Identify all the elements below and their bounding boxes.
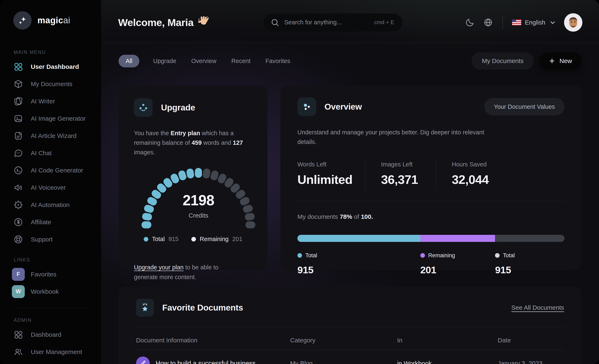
- pen-icon: [136, 356, 150, 364]
- progress-segment-total: [297, 235, 420, 242]
- language-globe-button[interactable]: [483, 17, 493, 28]
- sidebar-item-workbook[interactable]: W Workbook: [13, 283, 89, 300]
- sidebar-item-ai-article-wizard[interactable]: AI Article Wizard: [13, 127, 89, 144]
- sidebar-item-label: My Documents: [31, 80, 72, 88]
- overview-card: Overview Your Document Values Understand…: [280, 86, 581, 270]
- card-title: Overview: [325, 102, 362, 112]
- stats-row: Words Left Unlimited Images Left 36,371 …: [297, 160, 564, 190]
- table-row[interactable]: How to build a successful business My Bl…: [136, 350, 564, 364]
- avatar[interactable]: [564, 13, 582, 32]
- my-documents-summary: My documents 78% of 100.: [297, 213, 564, 220]
- sidebar-item-label: Affiliate: [31, 219, 51, 226]
- legend-dot-teal: [297, 253, 302, 258]
- gauge-legend: Total 915 Remaining 201: [134, 236, 252, 242]
- tab-all[interactable]: All: [119, 55, 139, 67]
- sidebar-item-favorites[interactable]: F Favorites: [13, 266, 89, 283]
- search-shortcut: cmd + E: [374, 19, 394, 26]
- cube-icon: [13, 79, 23, 89]
- sidebar-item-ai-image-generator[interactable]: AI Image Generator: [13, 110, 89, 127]
- section-label-main-menu: MAIN MENU: [14, 50, 89, 55]
- sidebar-item-support[interactable]: Support: [13, 231, 89, 248]
- grid-icon: [13, 330, 23, 340]
- upgrade-plan-link[interactable]: Upgrade your plan: [134, 264, 184, 271]
- documents-table: Document Information Category In Date Ho…: [136, 329, 564, 364]
- sidebar-item-partial[interactable]: [13, 360, 89, 364]
- sidebar-item-label: AI Writer: [31, 98, 55, 105]
- table-header: Document Information Category In Date: [136, 329, 564, 350]
- new-button[interactable]: New: [539, 53, 581, 70]
- section-label-admin: ADMIN: [14, 317, 89, 323]
- sidebar-item-ai-writer[interactable]: AI Writer: [13, 93, 89, 110]
- pages-icon: [13, 96, 23, 106]
- cards-row: Upgrade You have the Entry plan which ha…: [101, 86, 599, 270]
- legend-dot-teal: [144, 237, 148, 241]
- dark-mode-toggle[interactable]: [465, 17, 475, 28]
- column-category: Category: [290, 337, 397, 344]
- article-icon: [13, 131, 23, 141]
- header-actions: English: [465, 13, 582, 32]
- sidebar-item-label: Support: [31, 236, 53, 243]
- brand-logo[interactable]: magicai: [13, 11, 89, 29]
- sidebar-item-admin-dashboard[interactable]: Dashboard: [13, 326, 89, 343]
- document-values-button[interactable]: Your Document Values: [484, 98, 564, 115]
- document-title: How to build a successful business: [156, 360, 255, 364]
- upgrade-footer: Upgrade your plan to be able to generate…: [134, 263, 242, 282]
- lifebuoy-icon: [13, 234, 23, 244]
- sidebar-item-user-dashboard[interactable]: User Dashboard: [13, 58, 89, 75]
- tab-upgrade[interactable]: Upgrade: [152, 55, 177, 67]
- legend-total: Total 915: [144, 236, 179, 242]
- tab-favorites[interactable]: Favorites: [264, 55, 291, 67]
- legend-dot-purple: [420, 253, 425, 258]
- dollar-icon: [13, 217, 23, 227]
- favorites-divider: [136, 327, 564, 327]
- sidebar-item-label: AI Image Generator: [31, 115, 86, 122]
- document-location: in Workbook: [397, 360, 498, 364]
- us-flag-icon: [512, 19, 521, 26]
- moon-icon: [465, 18, 475, 27]
- legend-dot-light: [495, 253, 500, 258]
- page-title: Welcome, Maria: [118, 15, 210, 29]
- progress-segment-rest: [495, 235, 564, 242]
- language-selector[interactable]: English: [512, 19, 556, 26]
- speaker-icon: [13, 183, 23, 193]
- sidebar-item-label: User Dashboard: [31, 63, 79, 70]
- legend-col-total: Total 915: [297, 252, 420, 275]
- document-date: January 3, 2023: [498, 360, 564, 364]
- app-window: magicai MAIN MENU User Dashboard My Docu…: [0, 0, 599, 364]
- waving-hand-icon: [198, 15, 210, 29]
- tab-overview[interactable]: Overview: [190, 55, 218, 67]
- search-bar[interactable]: cmd + E: [264, 14, 403, 31]
- sidebar-item-ai-code-generator[interactable]: AI Code Generator: [13, 162, 89, 179]
- sidebar-item-ai-automation[interactable]: AI Automation: [13, 196, 89, 213]
- brand-name: magicai: [37, 15, 70, 25]
- column-in: In: [397, 337, 498, 344]
- sidebar-item-ai-voiceover[interactable]: AI Voiceover: [13, 179, 89, 196]
- search-wrap: cmd + E: [210, 14, 456, 31]
- favorite-documents-card: Favorite Documents See All Documents Doc…: [119, 287, 581, 364]
- sidebar-item-affiliate[interactable]: Affiliate: [13, 213, 89, 231]
- my-documents-button[interactable]: My Documents: [472, 53, 534, 70]
- sidebar-item-ai-chat[interactable]: AI Chat: [13, 144, 89, 162]
- gear-play-icon: [13, 200, 23, 210]
- grid-icon: [13, 62, 23, 72]
- section-label-links: LINKS: [14, 257, 89, 263]
- sidebar-item-label: Favorites: [31, 271, 56, 278]
- legend-col-total-2: Total 915: [495, 252, 515, 275]
- tab-recent[interactable]: Recent: [230, 55, 252, 67]
- share-network-icon: [134, 98, 153, 117]
- search-input[interactable]: [284, 19, 369, 26]
- chevron-down-icon: [549, 19, 556, 26]
- sidebar-item-label: AI Code Generator: [31, 167, 83, 174]
- sidebar-item-my-documents[interactable]: My Documents: [13, 75, 89, 93]
- progress-legend: Total 915 Remaining 201 Total 915: [297, 252, 564, 275]
- sidebar-item-user-management[interactable]: User Management: [13, 343, 89, 360]
- sidebar-divider: [13, 308, 89, 308]
- filter-tabs: All Upgrade Overview Recent Favorites: [119, 55, 291, 67]
- see-all-documents-link[interactable]: See All Documents: [511, 304, 564, 311]
- overview-description: Understand and manage your projects bett…: [297, 128, 489, 147]
- toolbar-actions: My Documents New: [472, 53, 581, 70]
- language-label: English: [525, 19, 545, 26]
- sidebar-item-label: Dashboard: [31, 331, 61, 338]
- sidebar-item-label: AI Article Wizard: [31, 132, 77, 139]
- progress-bar: [297, 235, 564, 242]
